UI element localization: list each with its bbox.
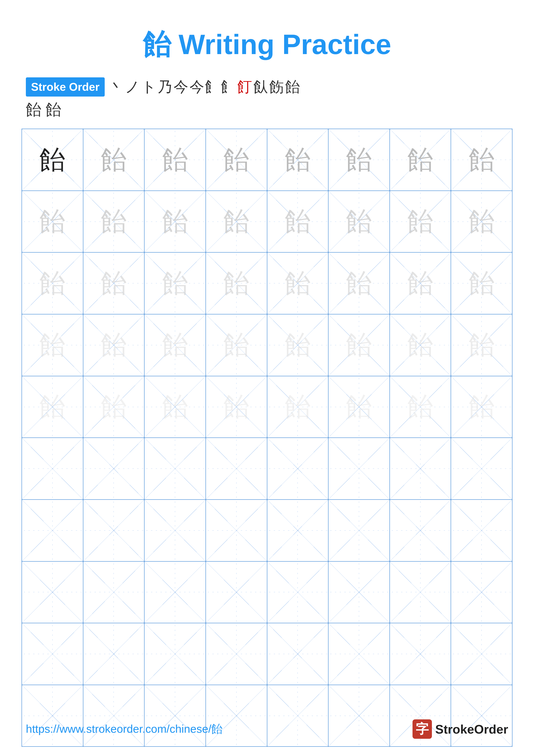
cell-4-6[interactable]: 飴 [328, 314, 390, 376]
cell-2-8[interactable]: 飴 [451, 191, 512, 252]
cell-5-1[interactable]: 飴 [22, 376, 83, 438]
cell-2-1[interactable]: 飴 [22, 191, 83, 252]
cell-4-5[interactable]: 飴 [267, 314, 329, 376]
stroke-9: 飣 [237, 77, 252, 97]
cell-7-8[interactable] [451, 500, 512, 561]
footer-url[interactable]: https://www.strokeorder.com/chinese/飴 [26, 721, 222, 737]
stroke-order-section: Stroke Order 丶 ノ ト 乃 今 今 飠 飠 飣 飤 飭 飴 飴 飴 [0, 77, 534, 120]
cell-4-3[interactable]: 飴 [144, 314, 206, 376]
cell-8-4[interactable] [206, 562, 267, 623]
stroke-6: 今 [190, 77, 204, 97]
cell-9-8[interactable] [451, 623, 512, 685]
cell-2-5[interactable]: 飴 [267, 191, 329, 252]
cell-3-5[interactable]: 飴 [267, 253, 329, 314]
grid-row-2: 飴 飴 飴 飴 飴 飴 飴 飴 [22, 191, 512, 253]
cell-2-4[interactable]: 飴 [206, 191, 267, 252]
cell-8-8[interactable] [451, 562, 512, 623]
stroke-7: 飠 [206, 77, 220, 97]
stroke-10: 飤 [253, 77, 268, 97]
practice-grid: 飴 飴 飴 飴 飴 飴 飴 飴 飴 飴 飴 飴 飴 飴 飴 飴 飴 飴 飴 飴 … [21, 129, 513, 747]
cell-9-2[interactable] [83, 623, 145, 685]
cell-3-7[interactable]: 飴 [390, 253, 451, 314]
cell-4-8[interactable]: 飴 [451, 314, 512, 376]
cell-9-5[interactable] [267, 623, 329, 685]
cell-2-6[interactable]: 飴 [328, 191, 390, 252]
cell-7-1[interactable] [22, 500, 83, 561]
cell-9-3[interactable] [144, 623, 206, 685]
cell-9-1[interactable] [22, 623, 83, 685]
cell-6-1[interactable] [22, 438, 83, 499]
stroke-order-badge: Stroke Order [26, 77, 105, 96]
cell-2-7[interactable]: 飴 [390, 191, 451, 252]
cell-7-4[interactable] [206, 500, 267, 561]
grid-row-1: 飴 飴 飴 飴 飴 飴 飴 飴 [22, 129, 512, 191]
cell-4-1[interactable]: 飴 [22, 314, 83, 376]
grid-row-7 [22, 500, 512, 562]
cell-3-6[interactable]: 飴 [328, 253, 390, 314]
cell-1-8[interactable]: 飴 [451, 129, 512, 191]
cell-6-4[interactable] [206, 438, 267, 499]
stroke-2: ノ [125, 77, 140, 97]
cell-4-7[interactable]: 飴 [390, 314, 451, 376]
cell-5-3[interactable]: 飴 [144, 376, 206, 438]
cell-5-8[interactable]: 飴 [451, 376, 512, 438]
cell-7-7[interactable] [390, 500, 451, 561]
cell-4-4[interactable]: 飴 [206, 314, 267, 376]
grid-row-9 [22, 623, 512, 685]
cell-6-8[interactable] [451, 438, 512, 499]
cell-1-3[interactable]: 飴 [144, 129, 206, 191]
cell-8-3[interactable] [144, 562, 206, 623]
cell-3-1[interactable]: 飴 [22, 253, 83, 314]
cell-7-5[interactable] [267, 500, 329, 561]
grid-row-6 [22, 438, 512, 500]
stroke-4: 乃 [158, 77, 172, 97]
cell-3-2[interactable]: 飴 [83, 253, 145, 314]
cell-8-5[interactable] [267, 562, 329, 623]
cell-4-2[interactable]: 飴 [83, 314, 145, 376]
final-char-2: 飴 [46, 99, 61, 120]
cell-3-8[interactable]: 飴 [451, 253, 512, 314]
cell-5-4[interactable]: 飴 [206, 376, 267, 438]
stroke-11: 飭 [269, 77, 284, 97]
cell-1-6[interactable]: 飴 [328, 129, 390, 191]
cell-1-4[interactable]: 飴 [206, 129, 267, 191]
cell-6-7[interactable] [390, 438, 451, 499]
practice-grid-container: 飴 飴 飴 飴 飴 飴 飴 飴 飴 飴 飴 飴 飴 飴 飴 飴 飴 飴 飴 飴 … [0, 129, 534, 747]
cell-5-2[interactable]: 飴 [83, 376, 145, 438]
footer: https://www.strokeorder.com/chinese/飴 字 … [0, 719, 534, 739]
cell-9-6[interactable] [328, 623, 390, 685]
cell-7-2[interactable] [83, 500, 145, 561]
cell-1-7[interactable]: 飴 [390, 129, 451, 191]
cell-8-1[interactable] [22, 562, 83, 623]
cell-3-4[interactable]: 飴 [206, 253, 267, 314]
cell-5-5[interactable]: 飴 [267, 376, 329, 438]
cell-1-2[interactable]: 飴 [83, 129, 145, 191]
cell-1-5[interactable]: 飴 [267, 129, 329, 191]
cell-8-2[interactable] [83, 562, 145, 623]
footer-logo-text: StrokeOrder [435, 722, 508, 736]
footer-logo: 字 StrokeOrder [413, 719, 508, 739]
cell-1-1[interactable]: 飴 [22, 129, 83, 191]
cell-6-2[interactable] [83, 438, 145, 499]
stroke-1: 丶 [109, 77, 124, 97]
cell-9-4[interactable] [206, 623, 267, 685]
stroke-12: 飴 [285, 77, 300, 97]
cell-5-7[interactable]: 飴 [390, 376, 451, 438]
cell-5-6[interactable]: 飴 [328, 376, 390, 438]
cell-6-6[interactable] [328, 438, 390, 499]
cell-3-3[interactable]: 飴 [144, 253, 206, 314]
grid-row-4: 飴 飴 飴 飴 飴 飴 飴 飴 [22, 314, 512, 376]
cell-6-3[interactable] [144, 438, 206, 499]
cell-6-5[interactable] [267, 438, 329, 499]
cell-8-6[interactable] [328, 562, 390, 623]
cell-7-6[interactable] [328, 500, 390, 561]
stroke-5: 今 [174, 77, 188, 97]
cell-2-2[interactable]: 飴 [83, 191, 145, 252]
footer-logo-icon: 字 [413, 719, 432, 739]
cell-2-3[interactable]: 飴 [144, 191, 206, 252]
cell-7-3[interactable] [144, 500, 206, 561]
cell-9-7[interactable] [390, 623, 451, 685]
final-char-1: 飴 [26, 99, 41, 120]
cell-8-7[interactable] [390, 562, 451, 623]
grid-row-8 [22, 562, 512, 623]
